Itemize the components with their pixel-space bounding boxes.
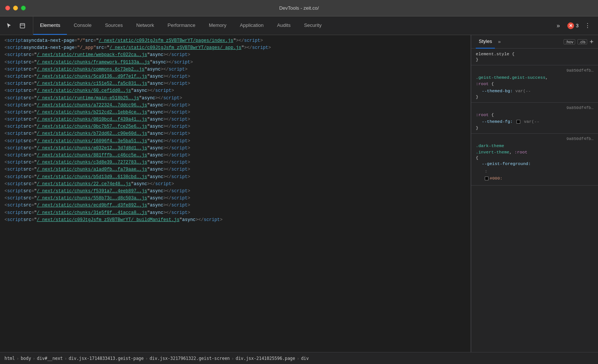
prop-name: --themed-bg: (482, 88, 513, 93)
breadcrumb-item-div[interactable]: div (299, 355, 310, 362)
prop-value: : (485, 169, 487, 174)
attr-value-link[interactable]: /_next/static/chunks/60.cef1dd0….js (37, 87, 131, 94)
attr-value-link[interactable]: /_next/static/chunks/b5d13d9….6138cbd….j… (37, 174, 147, 181)
tag-close-name: script (172, 123, 188, 130)
frame-icon[interactable] (16, 20, 28, 32)
styles-tab-active[interactable]: Styles (476, 35, 495, 49)
table-row[interactable]: <script src="/_next/static/chunks/60.cef… (0, 87, 471, 94)
table-row[interactable]: <script src="/_next/static/chunks/c151e5… (0, 80, 471, 87)
attr-value-link[interactable]: /_next/static/chunks/16096f4….3e5ba51….j… (37, 138, 147, 145)
attr-value-link[interactable]: /_next/static/chunks/881fffb….c46cc5e….j… (37, 152, 147, 159)
attr-value-link[interactable]: /_next/static/chunks/0810bcd….f439a41….j… (37, 116, 147, 123)
style-property[interactable]: --themed-bg: var(-- (476, 87, 594, 95)
tab-memory[interactable]: Memory (202, 16, 233, 35)
table-row[interactable]: <script src="/_next/static/chunks/a72232… (0, 102, 471, 109)
breadcrumb-item-div-geist-page[interactable]: div.jsx-1714833413.geist-page (67, 355, 145, 362)
tab-application[interactable]: Application (233, 16, 271, 35)
style-property[interactable]: --themed-fg: var(-- (476, 118, 594, 125)
table-row[interactable]: <script src="/_next/static/chunks/b72dd6… (0, 130, 471, 137)
attr-value-link[interactable]: /_next/static/chunks/c151e52….fa5c831….j… (37, 80, 147, 87)
attr-eq: = (31, 73, 34, 80)
attr-value-link[interactable]: /_next/static/chunks/a722324….7ddcc96….j… (37, 102, 147, 109)
table-row[interactable]: <script async data-next-page="/_app" src… (0, 44, 471, 52)
attr-value-link[interactable]: /_next/static/chunks/ecd9bff….d3fe892….j… (37, 202, 147, 209)
tag-open: < (4, 116, 7, 123)
tab-performance[interactable]: Performance (161, 16, 202, 35)
table-row[interactable]: <script src="/_next/static/chunks/a1ad0f… (0, 166, 471, 173)
attr-value-link[interactable]: /_next/static/chunks/b72dd62….c90e60d….j… (37, 130, 147, 137)
table-row[interactable]: <script src="/_next/static/chunks/ecd9bf… (0, 202, 471, 209)
root-pseudo: :root (515, 150, 528, 155)
attr-value-link[interactable]: /_next/static/runtime/webpack-fc022ca….j… (37, 52, 147, 59)
tag-close-name: script (172, 138, 188, 145)
table-row[interactable]: <script src="/_next/static/chunks/22.ce7… (0, 181, 471, 188)
tab-console[interactable]: Console (67, 16, 98, 35)
attr-value-link[interactable]: /_next/static/c09JtgJsfm_zSVBTBwrYT/_bui… (37, 217, 179, 224)
table-row[interactable]: <script src="/_next/static/chunks/common… (0, 66, 471, 73)
table-row[interactable]: <script src="/_next/static/chunks/881fff… (0, 152, 471, 159)
attr-value-link[interactable]: /_next/static/chunks/e032e12….3d7d8d1….j… (37, 145, 147, 152)
table-row[interactable]: <script src="/_next/static/chunks/558b73… (0, 195, 471, 202)
attr-value-link[interactable]: /_next/static/c09JtgJsfm_zSVBTBwrYT/page… (110, 44, 241, 52)
cls-button[interactable]: .cls (577, 39, 588, 44)
attr-value-link[interactable]: /_next/static/c09JtgJsfm_zSVBTBwrYT/page… (99, 37, 233, 44)
attr-value-link[interactable]: /_next/static/chunks/f5391a7….4eeb897….j… (37, 188, 147, 195)
table-row[interactable]: <script src="/_next/static/runtime/webpa… (0, 52, 471, 59)
style-property[interactable]: --geist-foreground: (476, 160, 594, 168)
table-row[interactable]: <script src="/_next/static/runtime/main-… (0, 95, 471, 102)
table-row[interactable]: <script src="/_next/static/chunks/16096f… (0, 138, 471, 145)
minimize-button[interactable] (13, 6, 18, 10)
table-row[interactable]: <script src="/_next/static/chunks/0bc7b5… (0, 123, 471, 130)
style-property-2[interactable]: : (476, 168, 594, 175)
tab-audits[interactable]: Audits (270, 16, 297, 35)
attr-value-link[interactable]: /_next/static/runtime/main-e518b25….js (37, 95, 139, 102)
devtools-menu-button[interactable]: ⋮ (582, 20, 594, 32)
tag-open: < (4, 166, 7, 173)
table-row[interactable]: <script src="/_next/static/chunks/framew… (0, 59, 471, 66)
attr-name: src (23, 87, 31, 94)
attr-value-link[interactable]: /_next/static/chunks/0bc7b57….fce25e6….j… (37, 123, 147, 130)
hov-button[interactable]: :hov (564, 39, 575, 44)
attr-value-link[interactable]: /_next/static/chunks/5ca9136….d9f7e1f….j… (37, 73, 147, 80)
tab-network[interactable]: Network (130, 16, 161, 35)
tag-close-name: script (172, 145, 188, 152)
table-row[interactable]: <script src="/_next/static/chunks/c3d8e3… (0, 159, 471, 166)
tab-sources[interactable]: Sources (98, 16, 130, 35)
attr-value-link[interactable]: /_next/static/chunks/a1ad0fb….fa79aae….j… (37, 166, 147, 173)
dom-panel[interactable]: <script async data-next-page="/" src="/_… (0, 35, 471, 352)
cursor-icon[interactable] (3, 20, 15, 32)
breadcrumb-item-body[interactable]: body (19, 355, 33, 362)
table-row[interactable]: <script src="/_next/static/chunks/0810bc… (0, 116, 471, 123)
attr-value-link[interactable]: /_next/static/chunks/31e5f8f….41acca8….j… (37, 209, 147, 217)
add-style-rule-button[interactable]: + (589, 38, 594, 45)
attr-name: src (96, 44, 104, 52)
table-row[interactable]: <script async data-next-page="/" src="/_… (0, 37, 471, 44)
tag-open: < (4, 181, 7, 188)
attr-value-link[interactable]: /_next/static/chunks/b212cd2….1ebb4ce….j… (37, 109, 147, 116)
attr-value-link[interactable]: /_next/static/chunks/c3d8e39….7272783….j… (37, 159, 147, 166)
attr-value-link[interactable]: /_next/static/chunks/22.ce74e48….js (37, 181, 131, 188)
table-row[interactable]: <script src="/_next/static/chunks/5ca913… (0, 73, 471, 80)
tab-security[interactable]: Security (297, 16, 328, 35)
table-row[interactable]: <script src="/_next/static/chunks/b212cd… (0, 109, 471, 116)
more-tabs-button[interactable]: » (552, 20, 564, 32)
attr-value-link[interactable]: /_next/static/chunks/commons.6c73eb2….js (37, 66, 144, 73)
attr-value-link[interactable]: /_next/static/chunks/558b73c….d8c503a….j… (37, 195, 147, 202)
style-selector-line: .geist-themed.geist-success, (476, 74, 594, 81)
maximize-button[interactable] (21, 6, 26, 10)
attr-value-link[interactable]: /_next/static/chunks/framework.f91133a….… (37, 59, 150, 66)
error-badge[interactable]: ✕ 3 (567, 22, 579, 29)
breadcrumb-item-div-page[interactable]: div.jsx-2141025596.page (234, 355, 296, 362)
styles-more-tabs[interactable]: » (495, 35, 503, 49)
table-row[interactable]: <script src="/_next/static/chunks/31e5f8… (0, 209, 471, 217)
table-row[interactable]: <script src="/_next/static/chunks/e032e1… (0, 145, 471, 152)
table-row[interactable]: <script src="/_next/static/chunks/b5d13d… (0, 174, 471, 181)
table-row[interactable]: <script src="/_next/static/c09JtgJsfm_zS… (0, 217, 471, 224)
table-row[interactable]: <script src="/_next/static/chunks/f5391a… (0, 188, 471, 195)
breadcrumb-item-html[interactable]: html (3, 355, 16, 362)
breadcrumb-item-div-next[interactable]: div#__next (36, 355, 64, 362)
tab-elements[interactable]: Elements (33, 16, 67, 35)
breadcrumb-item-div-geist-screen[interactable]: div.jsx-3217961322.geist-screen (148, 355, 231, 362)
style-property-3[interactable]: #000: (476, 175, 594, 182)
close-button[interactable] (5, 6, 10, 10)
